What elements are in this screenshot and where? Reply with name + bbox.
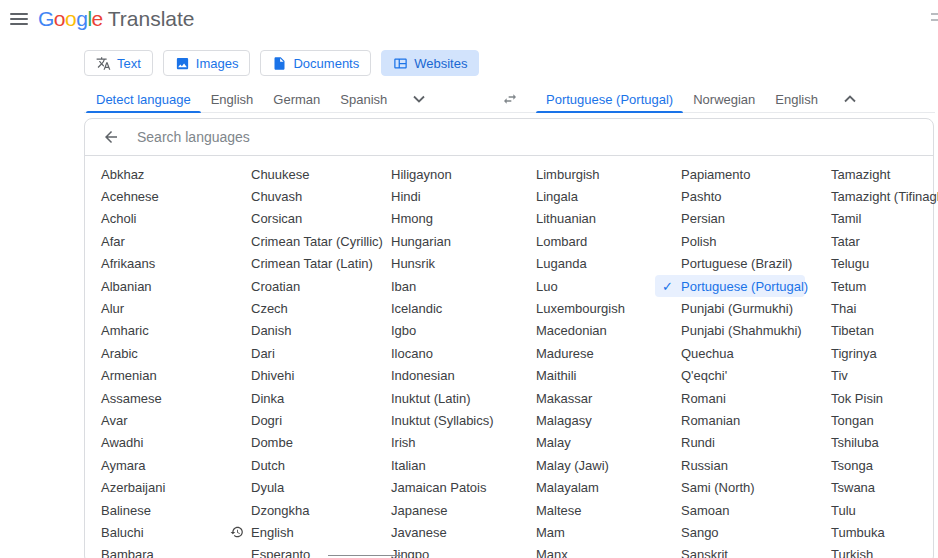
- language-option[interactable]: Hungarian: [391, 230, 451, 252]
- language-option[interactable]: Tok Pisin: [831, 387, 883, 409]
- language-option[interactable]: Avar: [101, 409, 128, 431]
- language-option[interactable]: Thai: [831, 297, 856, 319]
- language-option[interactable]: Tumbuka: [831, 521, 885, 543]
- language-option[interactable]: Luo: [536, 275, 558, 297]
- target-lang-portuguese-portugal[interactable]: Portuguese (Portugal): [536, 85, 683, 113]
- hamburger-menu-icon[interactable]: [10, 13, 28, 25]
- language-option[interactable]: Hiligaynon: [391, 163, 452, 185]
- language-option[interactable]: Polish: [681, 230, 716, 252]
- language-option[interactable]: Irish: [391, 432, 416, 454]
- target-collapse-button[interactable]: [828, 85, 872, 113]
- language-option[interactable]: Tulu: [831, 499, 856, 521]
- language-option[interactable]: Azerbaijani: [101, 476, 165, 498]
- language-option[interactable]: Tsonga: [831, 454, 873, 476]
- language-option[interactable]: Esperanto: [251, 544, 310, 558]
- language-option[interactable]: Czech: [251, 297, 288, 319]
- language-option[interactable]: Arabic: [101, 342, 138, 364]
- language-option[interactable]: Inuktut (Syllabics): [391, 409, 494, 431]
- language-option[interactable]: Dhivehi: [251, 365, 294, 387]
- language-option[interactable]: Dyula: [251, 476, 284, 498]
- language-option[interactable]: Luganda: [536, 253, 587, 275]
- language-option[interactable]: Inuktut (Latin): [391, 387, 471, 409]
- search-languages-input[interactable]: [137, 129, 917, 145]
- language-option[interactable]: Telugu: [831, 253, 869, 275]
- language-option[interactable]: Danish: [251, 320, 291, 342]
- language-option[interactable]: Dombe: [251, 432, 293, 454]
- language-option[interactable]: Alur: [101, 297, 124, 319]
- language-option[interactable]: Tiv: [831, 365, 848, 387]
- language-option[interactable]: Tamazight (Tifinagh): [831, 185, 935, 207]
- language-option[interactable]: Chuvash: [251, 185, 302, 207]
- source-more-languages-button[interactable]: [397, 85, 441, 113]
- language-option[interactable]: Tamil: [831, 208, 861, 230]
- language-option[interactable]: Afar: [101, 230, 125, 252]
- language-option[interactable]: Mam: [536, 521, 565, 543]
- language-option[interactable]: Lombard: [536, 230, 587, 252]
- language-option[interactable]: Tongan: [831, 409, 874, 431]
- language-option[interactable]: Makassar: [536, 387, 592, 409]
- language-option[interactable]: Dutch: [251, 454, 285, 476]
- language-option[interactable]: Tamazight: [831, 163, 890, 185]
- language-option[interactable]: Rundi: [681, 432, 715, 454]
- language-option[interactable]: Abkhaz: [101, 163, 144, 185]
- language-option[interactable]: Persian: [681, 208, 725, 230]
- language-option[interactable]: Tswana: [831, 476, 875, 498]
- tab-images[interactable]: Images: [163, 50, 251, 76]
- language-option[interactable]: Dinka: [251, 387, 284, 409]
- language-option[interactable]: Amharic: [101, 320, 149, 342]
- language-option[interactable]: Punjabi (Gurmukhi): [681, 297, 793, 319]
- language-option[interactable]: Malayalam: [536, 476, 599, 498]
- language-option[interactable]: Russian: [681, 454, 728, 476]
- language-option[interactable]: Maltese: [536, 499, 582, 521]
- source-lang-detect[interactable]: Detect language: [86, 85, 201, 113]
- source-lang-spanish[interactable]: Spanish: [330, 85, 397, 113]
- language-option[interactable]: Punjabi (Shahmukhi): [681, 320, 802, 342]
- language-option[interactable]: Crimean Tatar (Latin): [251, 253, 373, 275]
- language-option[interactable]: Malay: [536, 432, 571, 454]
- language-option[interactable]: Maithili: [536, 365, 576, 387]
- language-option[interactable]: Icelandic: [391, 297, 442, 319]
- language-option[interactable]: Quechua: [681, 342, 734, 364]
- app-logo[interactable]: GoogleTranslate: [38, 7, 195, 31]
- language-option[interactable]: Albanian: [101, 275, 152, 297]
- language-option[interactable]: Croatian: [251, 275, 300, 297]
- language-option[interactable]: Baluchi: [101, 521, 144, 543]
- language-option[interactable]: Balinese: [101, 499, 151, 521]
- language-option[interactable]: Jamaican Patois: [391, 476, 486, 498]
- language-option[interactable]: Portuguese (Brazil): [681, 253, 792, 275]
- language-option[interactable]: Q'eqchi': [681, 365, 727, 387]
- language-option[interactable]: Romanian: [681, 409, 740, 431]
- language-option[interactable]: Japanese: [391, 499, 447, 521]
- language-option[interactable]: Italian: [391, 454, 426, 476]
- tab-text[interactable]: Text: [84, 50, 153, 76]
- language-option[interactable]: Jingpo: [391, 544, 429, 558]
- language-option[interactable]: Tshiluba: [831, 432, 879, 454]
- language-option[interactable]: Javanese: [391, 521, 447, 543]
- language-option[interactable]: Malay (Jawi): [536, 454, 609, 476]
- language-option[interactable]: Afrikaans: [101, 253, 155, 275]
- language-option[interactable]: Samoan: [681, 499, 729, 521]
- language-option[interactable]: Igbo: [391, 320, 416, 342]
- language-option[interactable]: Crimean Tatar (Cyrillic): [251, 230, 383, 252]
- language-option[interactable]: Tatar: [831, 230, 860, 252]
- language-option[interactable]: Romani: [681, 387, 726, 409]
- language-option[interactable]: ✓Portuguese (Portugal): [655, 275, 805, 297]
- language-option[interactable]: Bambara: [101, 544, 154, 558]
- language-option[interactable]: Tibetan: [831, 320, 874, 342]
- language-option[interactable]: Hindi: [391, 185, 421, 207]
- language-option[interactable]: Dogri: [251, 409, 282, 431]
- language-option[interactable]: Sami (North): [681, 476, 755, 498]
- language-option[interactable]: Madurese: [536, 342, 594, 364]
- target-lang-english[interactable]: English: [765, 85, 828, 113]
- language-option[interactable]: Pashto: [681, 185, 721, 207]
- language-option[interactable]: Acholi: [101, 208, 136, 230]
- language-option[interactable]: Hmong: [391, 208, 433, 230]
- language-option[interactable]: Papiamento: [681, 163, 750, 185]
- language-option[interactable]: Chuukese: [251, 163, 310, 185]
- language-option[interactable]: Iban: [391, 275, 416, 297]
- tab-websites[interactable]: Websites: [381, 50, 479, 76]
- language-option[interactable]: Awadhi: [101, 432, 143, 454]
- language-option[interactable]: Limburgish: [536, 163, 600, 185]
- language-option[interactable]: Ilocano: [391, 342, 433, 364]
- language-option[interactable]: Lingala: [536, 185, 578, 207]
